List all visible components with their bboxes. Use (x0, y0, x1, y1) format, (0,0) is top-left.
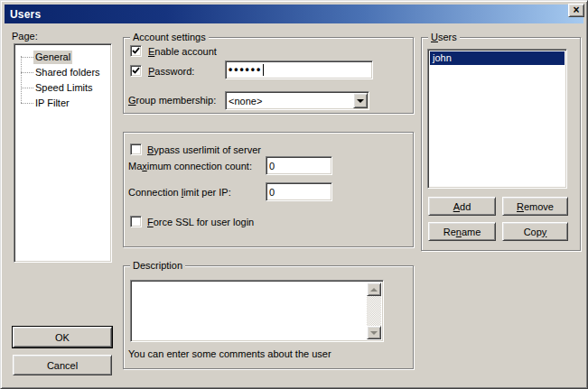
connection-limit-per-ip-label: Connection limit per IP: (128, 187, 231, 199)
bypass-userlimit-checkbox[interactable] (130, 144, 142, 155)
tree-item-shared-folders[interactable]: Shared folders (16, 65, 102, 79)
scrollbar-track[interactable] (367, 296, 381, 326)
connection-limit-per-ip-value: 0 (269, 187, 275, 198)
group-membership-value: <none> (226, 92, 352, 109)
scroll-up-button[interactable] (367, 282, 381, 296)
password-checkbox[interactable] (130, 65, 142, 77)
page-tree[interactable]: General Shared folders Speed Limits IP F… (14, 43, 112, 263)
tree-stub (21, 88, 33, 88)
description-group: Description You can enter some comments … (123, 265, 414, 369)
title-bar[interactable]: Users (5, 5, 583, 23)
tree-stub (21, 103, 33, 104)
max-connection-count-label: Maximum connection count: (128, 161, 252, 172)
password-label: Password: (148, 66, 194, 78)
copy-button[interactable]: Copy (502, 222, 568, 241)
window-title: Users (5, 8, 41, 21)
scroll-down-icon (370, 331, 378, 335)
password-field[interactable]: •••••• (225, 60, 373, 79)
add-button[interactable]: Add (428, 197, 496, 216)
max-connection-count-value: 0 (269, 161, 275, 171)
tree-item-label[interactable]: Shared folders (33, 66, 102, 79)
users-group: Users john Add Remove Rename Copy (421, 37, 581, 251)
scroll-up-icon (370, 288, 378, 292)
tree-stub (21, 72, 33, 73)
tree-item-general[interactable]: General (16, 50, 72, 64)
tree-item-label[interactable]: IP Filter (33, 97, 71, 110)
remove-button[interactable]: Remove (502, 197, 568, 216)
bypass-userlimit-label: Bypass userlimit of server (147, 144, 261, 156)
ok-button[interactable]: OK (13, 327, 112, 347)
description-caption: Description (130, 260, 185, 272)
connection-limit-per-ip-field[interactable]: 0 (266, 182, 332, 201)
description-textarea[interactable] (130, 280, 384, 342)
force-ssl-label: Force SSL for user login (147, 217, 254, 228)
description-hint: You can enter some comments about the us… (128, 348, 331, 360)
account-settings-caption: Account settings (130, 32, 209, 43)
tree-stub (21, 57, 33, 58)
scroll-down-button[interactable] (367, 326, 381, 339)
password-value: •••••• (229, 65, 262, 75)
check-icon (132, 47, 140, 55)
text-caret (263, 64, 264, 76)
user-name: john (433, 52, 452, 64)
description-scrollbar[interactable] (367, 282, 381, 339)
cancel-button[interactable]: Cancel (13, 355, 112, 375)
tree-item-speed-limits[interactable]: Speed Limits (16, 80, 95, 95)
enable-account-label: Enable account (148, 46, 217, 58)
connection-limits-group: Bypass userlimit of server Maximum conne… (123, 132, 414, 247)
force-ssl-checkbox[interactable] (130, 216, 142, 227)
max-connection-count-field[interactable]: 0 (266, 156, 332, 175)
combo-dropdown-button[interactable] (353, 93, 368, 108)
page-label: Page: (12, 31, 38, 42)
close-button[interactable]: × (568, 4, 584, 17)
group-membership-label: Group membership: (128, 95, 216, 107)
close-icon: × (573, 5, 579, 15)
enable-account-checkbox[interactable] (130, 45, 142, 57)
chevron-down-icon (357, 99, 364, 103)
users-caption: Users (428, 32, 460, 43)
account-settings-group: Account settings Enable account Password… (123, 37, 414, 114)
group-membership-select[interactable]: <none> (225, 91, 369, 110)
user-list-item[interactable]: john (430, 51, 565, 65)
rename-button[interactable]: Rename (428, 222, 496, 241)
check-icon (132, 67, 140, 75)
tree-item-ip-filter[interactable]: IP Filter (16, 96, 71, 110)
tree-item-label[interactable]: Speed Limits (33, 81, 95, 95)
users-listbox[interactable]: john (427, 49, 567, 189)
tree-item-label[interactable]: General (33, 51, 72, 64)
users-dialog: Users × Page: General Shared folders Spe… (0, 0, 588, 389)
